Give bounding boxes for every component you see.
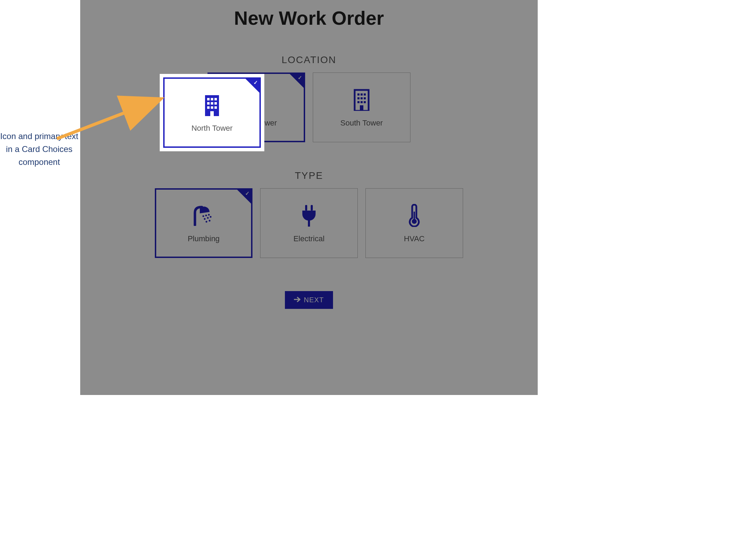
card-label: Electrical (293, 234, 324, 243)
svg-rect-18 (361, 97, 363, 99)
type-card-electrical[interactable]: Electrical (260, 188, 358, 258)
svg-rect-46 (214, 106, 217, 109)
building-icon (352, 87, 371, 112)
type-card-plumbing[interactable]: Plumbing (155, 188, 252, 258)
type-card-hvac[interactable]: HVAC (365, 188, 463, 258)
next-button[interactable]: NEXT (285, 291, 333, 309)
next-label: NEXT (304, 296, 324, 304)
svg-point-31 (209, 220, 211, 222)
app-area: New Work Order LOCATION (80, 0, 538, 395)
plug-icon (300, 203, 318, 228)
svg-rect-21 (361, 101, 363, 103)
card-label: Plumbing (188, 234, 220, 243)
svg-rect-39 (211, 98, 213, 100)
svg-rect-16 (364, 93, 366, 96)
svg-rect-23 (360, 105, 363, 110)
svg-rect-17 (357, 97, 360, 99)
svg-point-24 (203, 215, 204, 217)
svg-point-26 (208, 214, 210, 216)
svg-rect-38 (207, 98, 210, 100)
svg-rect-32 (305, 205, 307, 211)
location-card-south-tower[interactable]: South Tower (313, 73, 410, 142)
svg-rect-44 (207, 106, 210, 109)
annotation-panel: Icon and primary text in a Card Choices … (0, 0, 80, 395)
svg-point-25 (205, 215, 207, 216)
location-section: LOCATION (80, 54, 538, 142)
svg-rect-22 (364, 101, 366, 103)
svg-point-29 (210, 216, 212, 218)
building-icon (202, 92, 222, 117)
thermometer-icon (407, 203, 421, 228)
card-label: HVAC (404, 234, 425, 243)
card-label: North Tower (191, 124, 233, 133)
callout-text: Icon and primary text in a Card Choices … (0, 130, 78, 169)
location-header: LOCATION (80, 54, 538, 66)
svg-rect-47 (210, 111, 214, 116)
selected-check-icon (237, 190, 251, 204)
svg-rect-20 (357, 101, 360, 103)
svg-rect-43 (214, 102, 217, 105)
svg-rect-45 (211, 106, 213, 109)
svg-point-30 (206, 221, 207, 223)
svg-rect-14 (357, 93, 360, 96)
svg-point-27 (204, 218, 206, 220)
card-label: South Tower (340, 119, 383, 128)
page-title: New Work Order (80, 0, 538, 33)
svg-rect-42 (211, 102, 213, 105)
svg-point-28 (207, 217, 209, 219)
svg-rect-41 (207, 102, 210, 105)
selected-check-icon (245, 79, 259, 93)
arrow-right-icon (294, 296, 301, 304)
svg-rect-19 (364, 97, 366, 99)
svg-rect-34 (308, 220, 310, 227)
highlight-card[interactable]: North Tower (163, 77, 261, 148)
svg-rect-40 (214, 98, 217, 100)
next-row: NEXT (80, 291, 538, 309)
selected-check-icon (290, 74, 304, 88)
type-header: TYPE (80, 170, 538, 181)
type-card-row: Plumbing Electrical (80, 188, 538, 258)
svg-rect-36 (414, 212, 415, 221)
location-card-row: North Tower (80, 73, 538, 142)
type-section: TYPE (80, 170, 538, 258)
svg-rect-33 (311, 205, 313, 211)
svg-rect-15 (361, 93, 363, 96)
shower-icon (191, 203, 216, 228)
